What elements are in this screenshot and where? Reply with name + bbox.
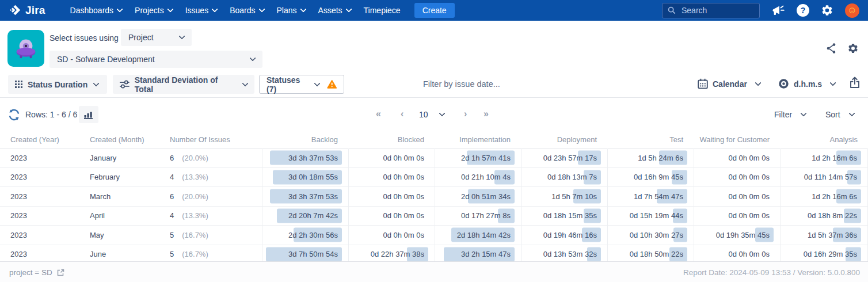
cell-duration: 2d 1h 57m 41s [435,148,521,167]
pagination-first-button[interactable]: « [376,109,381,119]
cell-duration: 3d 3h 37m 53s [262,187,348,206]
report-settings-button[interactable] [847,43,859,54]
calendar-dropdown[interactable]: Calendar [698,78,760,89]
duration-value: 0d 21h 10m 4s [461,173,511,181]
cell-duration: 0d 0h 0m 0s [348,207,435,226]
metric-dropdown[interactable]: Standard Deviation of Total [113,75,254,94]
cell-duration: 2d 18h 14m 42s [435,226,521,245]
issue-count-percentage: (20.0%) [182,192,208,201]
pagination-last-button[interactable]: » [484,109,489,119]
cell-duration: 0d 0h 0m 0s [694,187,780,206]
nav-item-assets[interactable]: Assets [312,0,357,21]
cell-issue-count: 5(16.7%) [170,250,262,258]
column-header-blocked: Blocked [348,130,435,148]
project-select[interactable]: SD - Sofware Development [50,51,262,68]
duration-value: 3d 3h 37m 53s [288,154,338,162]
search-input[interactable] [680,5,752,16]
cell-duration: 2d 0h 51m 34s [435,187,521,206]
cell-duration: 0d 18h 8m 22s [780,207,868,226]
report-type-dropdown[interactable]: Status Duration [8,75,107,94]
share-icon [826,43,836,54]
cell-duration: 0d 18h 13m 7s [521,168,607,187]
chevron-down-icon [242,80,248,86]
duration-value: 0d 18h 8m 22s [808,211,857,220]
top-navbar: Jira DashboardsProjectsIssuesBoardsPlans… [0,0,868,21]
calendar-icon [698,78,708,89]
column-header-created-year-: Created (Year) [0,135,90,144]
issue-source-select[interactable]: Project [121,29,192,46]
cell-duration: 1d 7h 54m 47s [607,187,694,206]
cell-duration: 0d 11h 14m 57s [780,168,868,187]
duration-value: 0d 0h 0m 0s [728,211,770,220]
time-format-label: d.h.m.s [794,79,822,89]
gear-icon [821,4,833,17]
statuses-dropdown[interactable]: Statuses (7) [259,75,344,94]
issue-date-filter[interactable]: Filter by issue date... [423,79,500,89]
create-button[interactable]: Create [414,3,455,18]
duration-value: 0d 18h 13m 7s [547,173,597,181]
nav-item-plans[interactable]: Plans [271,0,312,21]
nav-item-label: Dashboards [70,6,114,15]
duration-value: 3d 3h 37m 53s [288,192,338,201]
column-header-waiting-for-customer: Waiting for Customer [694,130,780,148]
jql-text: project = SD [9,268,52,277]
duration-value: 1d 2h 16m 6s [812,192,857,201]
time-format-dropdown[interactable]: d.h.m.s [778,78,835,89]
column-header-deployment: Deployment [521,130,607,148]
pagination-next-button[interactable]: › [464,109,467,119]
share-button[interactable] [826,43,836,54]
duration-value: 1d 2h 16m 6s [812,154,857,162]
cell-issue-count: 4(13.3%) [170,173,262,181]
cell-duration: 0d 0h 0m 0s [694,148,780,167]
user-avatar[interactable]: ☺ [845,3,859,18]
duration-value: 2d 18h 14m 42s [457,231,511,239]
export-button[interactable] [850,77,860,89]
chevron-down-icon [300,6,306,12]
nav-item-issues[interactable]: Issues [179,0,223,21]
cell-duration: 0d 15h 19m 44s [607,207,694,226]
megaphone-icon [771,4,785,17]
duration-value: 0d 16h 9m 45s [634,173,683,181]
pagination-prev-button[interactable]: ‹ [401,109,403,119]
ufo-icon [11,33,41,63]
cell-issue-count: 6(20.0%) [170,192,262,201]
duration-value: 0d 11h 14m 57s [804,173,857,181]
column-header-implementation: Implementation [435,130,521,148]
timepiece-app-icon [7,30,44,67]
duration-value: 0d 13h 53m 32s [543,250,597,258]
global-search[interactable] [662,3,760,18]
chevron-down-icon [345,6,352,12]
table-header-row: Created (Year)Created (Month)Number Of I… [0,130,868,149]
announcements-button[interactable] [771,4,785,17]
jira-logo[interactable]: Jira [9,4,45,17]
cell-duration: 0d 10h 30m 27s [607,226,694,245]
chevron-down-icon [178,33,185,39]
filter-dropdown[interactable]: Filter [774,110,806,119]
metric-label: Standard Deviation of Total [135,75,237,94]
duration-value: 0d 0h 0m 0s [383,231,424,239]
cell-duration: 2d 2h 30m 56s [262,226,348,245]
search-icon [668,6,676,14]
select-issues-label: Select issues using [50,33,119,43]
duration-value: 0d 19h 35m 45s [716,231,770,239]
nav-item-projects[interactable]: Projects [128,0,179,21]
duration-value: 3d 2h 15m 47s [461,250,511,258]
refresh-button[interactable] [7,108,21,121]
nav-item-boards[interactable]: Boards [223,0,270,21]
external-link-icon[interactable] [56,269,64,277]
chevron-down-icon [258,6,265,12]
duration-value: 0d 0h 0m 0s [728,192,770,201]
page-size-select[interactable]: 10 [419,110,444,119]
cell-year: 2023 [0,173,90,181]
nav-item-label: Projects [135,6,164,15]
nav-item-timepiece[interactable]: Timepiece [357,0,407,21]
issue-count-percentage: (16.7%) [182,250,208,258]
help-button[interactable]: ? [797,4,809,17]
sort-dropdown[interactable]: Sort [825,110,854,119]
duration-value: 0d 18h 50m 22s [630,250,683,258]
duration-value: 1d 7h 54m 47s [634,192,683,201]
avatar-face-icon: ☺ [847,6,856,15]
settings-button[interactable] [821,4,833,17]
chart-view-button[interactable] [79,106,98,123]
nav-item-dashboards[interactable]: Dashboards [64,0,129,21]
